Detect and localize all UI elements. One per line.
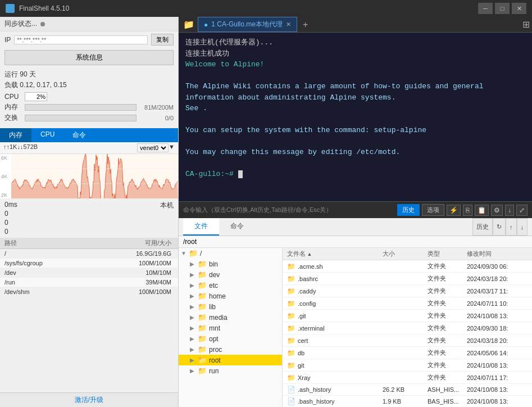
tree-item[interactable]: ▼📁/ <box>179 248 282 259</box>
file-type-cell: 文件夹 <box>425 359 465 371</box>
download-file-button[interactable]: ↓ <box>517 218 528 236</box>
cursor <box>238 170 243 178</box>
file-name-cell: 📁git <box>283 360 380 371</box>
tree-item-label: bin <box>209 260 218 268</box>
window-controls: ─ □ ✕ <box>478 3 526 14</box>
file-row[interactable]: 📁git 文件夹 2024/10/08 13: <box>283 359 532 372</box>
terminal-tab-dot: ● <box>204 21 208 29</box>
tree-arrow: ▶ <box>190 336 195 342</box>
tab-cmd[interactable]: 命令 <box>63 128 95 142</box>
latency-v1: 0 <box>4 210 17 218</box>
tree-item[interactable]: ▶📁dev <box>179 269 282 280</box>
file-type-cell: 文件夹 <box>425 322 465 334</box>
file-row[interactable]: 📁.git 文件夹 2024/10/08 13: <box>283 310 532 322</box>
file-row[interactable]: 📁db 文件夹 2024/05/06 14: <box>283 347 532 359</box>
tree-item[interactable]: ▶📁proc <box>179 344 282 355</box>
activate-button[interactable]: 激活/升级 <box>0 392 178 407</box>
tab-close-button[interactable]: ✕ <box>286 21 291 28</box>
terminal-area[interactable]: 连接主机(代理服务器)...连接主机成功Welcome to Alpine! T… <box>179 33 532 201</box>
file-col-type[interactable]: 类型 <box>425 248 465 260</box>
mem-row: 内存 81M/200M <box>4 102 174 112</box>
tree-item[interactable]: ▶📁opt <box>179 333 282 344</box>
add-tab-button[interactable]: + <box>298 17 312 32</box>
tree-arrow: ▶ <box>190 346 195 352</box>
file-date-cell: 2024/09/30 18: <box>465 323 532 333</box>
file-history-button[interactable]: 历史 <box>472 218 493 236</box>
ip-label: IP <box>4 36 11 44</box>
file-row[interactable]: 📄.bash_history 1.9 KB BAS_HIS... 2024/10… <box>283 396 532 407</box>
file-name-cell: 📁.caddy <box>283 286 380 297</box>
tree-item[interactable]: ▶📁bin <box>179 259 282 269</box>
folder-icon: 📁 <box>198 313 207 322</box>
file-row[interactable]: 📁.acme.sh 文件夹 2024/09/30 06: <box>283 260 532 273</box>
path-size: 10M/10M <box>129 269 174 276</box>
file-tab-commands[interactable]: 命令 <box>219 218 255 236</box>
dropdown-icon: ▼ <box>169 143 175 152</box>
tree-item[interactable]: ▶📁media <box>179 312 282 323</box>
folder-icon[interactable]: 📁 <box>181 17 197 32</box>
file-name-cell: 📁Xray <box>283 372 380 383</box>
left-panel: 同步状态... IP **.***.***.** 复制 系统信息 运行 90 天… <box>0 17 179 407</box>
cmd-hint: 命令输入（双击Ctrl切换,Alt历史,Tab路径/命令,Esc关） <box>183 206 395 214</box>
file-col-date[interactable]: 修改时间 <box>465 248 532 260</box>
file-col-size[interactable]: 大小 <box>380 248 425 260</box>
file-row[interactable]: 📁.bashrc 文件夹 2024/03/18 20: <box>283 273 532 285</box>
cpu-input[interactable] <box>25 92 47 101</box>
tab-cpu[interactable]: CPU <box>31 128 63 142</box>
copy-icon[interactable]: ⎘ <box>463 205 472 216</box>
file-size-cell <box>380 339 425 342</box>
sys-info-button[interactable]: 系统信息 <box>4 50 174 65</box>
terminal-line: You may change this message by editing /… <box>185 147 525 158</box>
folder-icon: 📁 <box>198 324 207 332</box>
folder-icon: 📁 <box>287 275 295 283</box>
grid-icon[interactable]: ⊞ <box>522 19 530 30</box>
minimize-button[interactable]: ─ <box>478 3 493 14</box>
terminal-tab[interactable]: ● 1 CA-Gullo.me本地代理 ✕ <box>198 17 297 32</box>
path-name: /dev <box>4 269 129 276</box>
file-row[interactable]: 📁Xray 文件夹 2024/07/11 17: <box>283 372 532 384</box>
download-icon[interactable]: ↓ <box>505 205 514 216</box>
maximize-icon[interactable]: ⤢ <box>516 205 528 216</box>
tree-item[interactable]: ▶📁root <box>179 355 282 365</box>
file-row[interactable]: 📄.ash_history 26.2 KB ASH_HIS... 2024/10… <box>283 384 532 396</box>
tree-item[interactable]: ▶📁etc <box>179 280 282 291</box>
terminal-line <box>185 158 525 169</box>
terminal-line <box>185 114 525 125</box>
tree-item[interactable]: ▶📁home <box>179 291 282 301</box>
copy-button[interactable]: 复制 <box>151 34 174 46</box>
mem-label: 内存 <box>4 102 21 112</box>
chart-label-2k: 2K <box>1 192 7 198</box>
file-name: db <box>298 350 304 356</box>
path-table: /16.9G/19.6G/sys/fs/cgroup100M/100M/dev1… <box>0 249 178 392</box>
terminal-line <box>185 136 525 147</box>
close-button[interactable]: ✕ <box>512 3 526 14</box>
file-name: .xterminal <box>298 325 325 332</box>
path-col-header: 路径 <box>4 239 129 247</box>
refresh-button[interactable]: ↻ <box>493 218 506 236</box>
folder-icon: 📁 <box>189 249 198 257</box>
file-row[interactable]: 📁.caddy 文件夹 2024/03/17 11: <box>283 285 532 297</box>
tree-item[interactable]: ▶📁lib <box>179 301 282 312</box>
file-row[interactable]: 📁cert 文件夹 2024/03/18 20: <box>283 334 532 347</box>
file-row[interactable]: 📁.config 文件夹 2024/07/11 10: <box>283 297 532 310</box>
file-name: cert <box>298 337 308 344</box>
file-date-cell: 2024/07/11 17: <box>465 373 532 383</box>
file-tab-files[interactable]: 文件 <box>183 218 219 236</box>
file-size-cell <box>380 277 425 281</box>
settings-icon[interactable]: ⚙ <box>491 205 503 216</box>
history-button[interactable]: 历史 <box>397 204 420 216</box>
iface-select[interactable]: venet0 <box>137 143 169 152</box>
tree-item-label: media <box>209 314 228 322</box>
tree-item[interactable]: ▶📁run <box>179 365 282 376</box>
tab-mem[interactable]: 内存 <box>0 128 31 142</box>
file-size-cell <box>380 290 425 293</box>
paste-icon[interactable]: 📋 <box>475 205 489 216</box>
file-row[interactable]: 📁.xterminal 文件夹 2024/09/30 18: <box>283 322 532 334</box>
options-button[interactable]: 选项 <box>422 204 444 216</box>
tree-item[interactable]: ▶📁mnt <box>179 323 282 333</box>
file-toolbar: /root <box>179 236 532 248</box>
maximize-button[interactable]: □ <box>495 3 510 14</box>
upload-button[interactable]: ↑ <box>506 218 517 236</box>
file-col-name[interactable]: 文件名 <box>283 248 380 260</box>
lightning-icon[interactable]: ⚡ <box>447 205 461 216</box>
